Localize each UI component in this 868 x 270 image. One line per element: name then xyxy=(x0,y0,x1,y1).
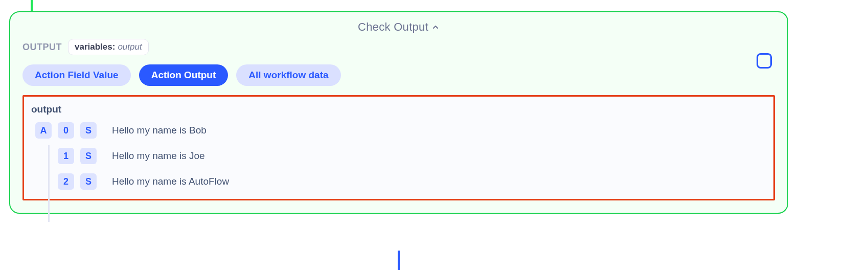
string-tag[interactable]: S xyxy=(80,148,97,164)
panel-header[interactable]: Check Output xyxy=(22,20,775,34)
output-rows: A 0 S Hello my name is Bob 1 S Hello my … xyxy=(31,122,766,190)
string-tag[interactable]: S xyxy=(80,122,97,139)
chevron-up-icon xyxy=(431,23,440,31)
string-tag[interactable]: S xyxy=(80,173,97,190)
output-data-box: output A 0 S Hello my name is Bob 1 S He… xyxy=(22,95,775,200)
output-row-item: 2 S Hello my name is AutoFlow xyxy=(35,173,766,190)
row-value: Hello my name is Joe xyxy=(112,150,205,162)
output-row-item: A 0 S Hello my name is Bob xyxy=(35,122,766,139)
output-row: OUTPUT variables: output xyxy=(22,39,775,55)
tab-action-field-value[interactable]: Action Field Value xyxy=(22,64,131,86)
chip-value: output xyxy=(118,42,142,52)
index-tag[interactable]: 1 xyxy=(58,148,74,164)
index-tag[interactable]: 0 xyxy=(58,122,74,139)
row-value: Hello my name is AutoFlow xyxy=(112,176,229,187)
tabs: Action Field Value Action Output All wor… xyxy=(22,64,775,86)
tree-line xyxy=(48,145,50,222)
check-output-panel: Check Output OUTPUT variables: output Ac… xyxy=(9,11,788,214)
row-value: Hello my name is Bob xyxy=(112,125,207,136)
chip-key: variables: xyxy=(75,42,115,52)
output-label: OUTPUT xyxy=(22,42,62,53)
tab-action-output[interactable]: Action Output xyxy=(139,64,229,86)
panel-title: Check Output xyxy=(358,20,428,34)
expand-toggle[interactable] xyxy=(757,53,772,69)
node-connector-bottom xyxy=(398,251,400,270)
index-tag[interactable]: 2 xyxy=(58,173,74,190)
variables-chip[interactable]: variables: output xyxy=(68,39,149,55)
tab-all-workflow-data[interactable]: All workflow data xyxy=(236,64,340,86)
output-row-item: 1 S Hello my name is Joe xyxy=(35,148,766,164)
output-heading: output xyxy=(31,104,766,115)
node-connector-top xyxy=(31,0,33,11)
array-tag[interactable]: A xyxy=(35,122,52,139)
